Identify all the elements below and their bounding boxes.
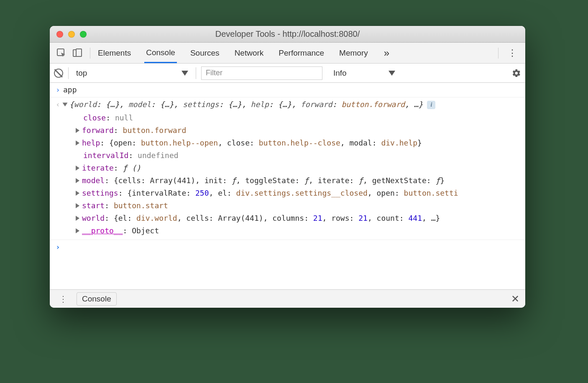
titlebar[interactable]: Developer Tools - http://localhost:8080/ bbox=[50, 26, 525, 43]
tab-memory[interactable]: Memory bbox=[337, 43, 370, 62]
console-input-row[interactable]: ›app bbox=[50, 83, 525, 97]
drawer-menu-button[interactable]: ⋮ bbox=[56, 294, 71, 304]
prop-world[interactable]: world: {el: div.world, cells: Array(441)… bbox=[67, 212, 525, 225]
devtools-window: Developer Tools - http://localhost:8080/… bbox=[50, 26, 525, 308]
console-input-text: app bbox=[63, 85, 77, 94]
console-filterbar: top Info bbox=[50, 64, 525, 83]
devtools-tabbar: Elements Console Sources Network Perform… bbox=[50, 43, 525, 64]
prompt-out-icon: ‹ bbox=[56, 98, 63, 111]
tabs-overflow-button[interactable]: » bbox=[381, 47, 392, 59]
disclosure-triangle-icon[interactable] bbox=[76, 228, 79, 233]
drawer-tab-console[interactable]: Console bbox=[77, 292, 117, 306]
prompt-in-icon: › bbox=[56, 241, 63, 253]
tab-elements[interactable]: Elements bbox=[96, 43, 133, 62]
log-level-select[interactable]: Info bbox=[327, 69, 399, 78]
divider bbox=[498, 48, 499, 59]
object-tree: close: null forward: button.forward help… bbox=[50, 112, 525, 237]
window-title: Developer Tools - http://localhost:8080/ bbox=[50, 29, 525, 39]
prompt-in-icon: › bbox=[56, 84, 63, 96]
traffic-lights bbox=[50, 31, 87, 38]
prop-close[interactable]: close: null bbox=[67, 112, 525, 124]
clear-console-icon[interactable] bbox=[54, 69, 63, 78]
disclosure-triangle-icon[interactable] bbox=[76, 216, 79, 221]
console-prompt-row[interactable]: › bbox=[50, 240, 525, 254]
disclosure-triangle-icon[interactable] bbox=[76, 178, 79, 183]
info-badge-icon[interactable]: i bbox=[427, 101, 435, 109]
prop-help[interactable]: help: {open: button.help--open, close: b… bbox=[67, 137, 525, 149]
prop-forward[interactable]: forward: button.forward bbox=[67, 124, 525, 137]
disclosure-triangle-icon[interactable] bbox=[63, 103, 68, 107]
chevron-down-icon bbox=[182, 71, 188, 76]
devtools-menu-button[interactable]: ⋮ bbox=[504, 48, 520, 59]
divider bbox=[196, 67, 196, 79]
prop-proto[interactable]: __proto__: Object bbox=[67, 225, 525, 237]
drawer-statusbar: ⋮ Console ✕ bbox=[50, 289, 525, 308]
prop-model[interactable]: model: {cells: Array(441), init: ƒ, togg… bbox=[67, 174, 525, 187]
window-zoom-button[interactable] bbox=[80, 31, 87, 38]
device-toolbar-icon[interactable] bbox=[71, 46, 84, 60]
console-filter-input[interactable] bbox=[201, 66, 322, 80]
execution-context-label: top bbox=[76, 69, 87, 78]
drawer-close-button[interactable]: ✕ bbox=[511, 293, 519, 305]
disclosure-triangle-icon[interactable] bbox=[76, 140, 79, 146]
inspect-element-icon[interactable] bbox=[55, 46, 68, 60]
console-output[interactable]: ›app ‹{world: {…}, model: {…}, settings:… bbox=[50, 83, 525, 289]
tab-network[interactable]: Network bbox=[233, 43, 266, 62]
prop-iterate[interactable]: iterate: ƒ () bbox=[67, 162, 525, 174]
log-level-label: Info bbox=[333, 69, 347, 78]
prop-start[interactable]: start: button.start bbox=[67, 199, 525, 212]
prop-settings[interactable]: settings: {intervalRate: 250, el: div.se… bbox=[67, 187, 525, 199]
object-summary[interactable]: {world: {…}, model: {…}, settings: {…}, … bbox=[69, 100, 423, 109]
execution-context-select[interactable]: top bbox=[74, 69, 191, 78]
disclosure-triangle-icon[interactable] bbox=[76, 166, 79, 171]
prop-intervalid[interactable]: intervalId: undefined bbox=[67, 149, 525, 162]
disclosure-triangle-icon[interactable] bbox=[76, 191, 79, 196]
console-return-row[interactable]: ‹{world: {…}, model: {…}, settings: {…},… bbox=[50, 97, 525, 112]
disclosure-triangle-icon[interactable] bbox=[76, 128, 79, 133]
window-close-button[interactable] bbox=[56, 31, 63, 38]
tab-sources[interactable]: Sources bbox=[189, 43, 221, 62]
panel-tabs: Elements Console Sources Network Perform… bbox=[96, 43, 392, 63]
chevron-down-icon bbox=[389, 71, 395, 76]
divider bbox=[90, 48, 90, 59]
tab-console[interactable]: Console bbox=[144, 43, 177, 63]
divider bbox=[68, 67, 69, 79]
console-settings-icon[interactable] bbox=[512, 69, 521, 78]
window-minimize-button[interactable] bbox=[68, 31, 75, 38]
disclosure-triangle-icon[interactable] bbox=[76, 203, 79, 208]
tab-performance[interactable]: Performance bbox=[277, 43, 326, 62]
svg-rect-2 bbox=[76, 49, 82, 56]
